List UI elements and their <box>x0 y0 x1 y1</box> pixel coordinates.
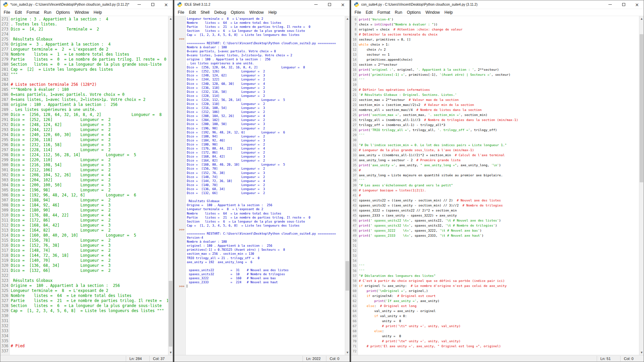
code-text[interactable]: Dico = [188, 94] Longueur = 2 <box>186 134 345 138</box>
code-text[interactable]: Dico = [144, 72, 36, 18] Longueur = 4 <box>10 253 168 258</box>
minimize-button[interactable] <box>132 0 146 9</box>
menu-item-file[interactable]: File <box>1 9 12 15</box>
code-text[interactable]: Dico = [168, 84, 42] Longueur = 3 <box>186 155 345 159</box>
code-text[interactable]: spaxes_units22 = ((axe_unity - section_m… <box>358 198 639 203</box>
scroll-down-button[interactable]: ▼ <box>345 350 350 355</box>
menu-item-shell[interactable]: Shell <box>198 9 212 15</box>
code-text[interactable] <box>186 284 345 288</box>
code-text[interactable]: 0=sans listes, 1=avec listes, 2=listes>1… <box>186 53 345 57</box>
code-text[interactable] <box>10 318 168 323</box>
code-text[interactable]: Dico = [172, 86] Longueur = 2 <box>10 218 168 223</box>
code-text[interactable]: # Longueur de la plus grande sous_liste,… <box>358 147 639 153</box>
code-text[interactable]: Version-4 <box>186 236 345 240</box>
code-text[interactable] <box>186 195 345 199</box>
code-text[interactable]: Dico = [140, 70] Longueur = 2 <box>10 258 168 263</box>
code-text[interactable]: Nombre listes = 1 = Le nombre total des … <box>10 52 168 57</box>
code-text[interactable]: Dico = [4, 2] Terminale = 2 <box>10 27 168 32</box>
code-text[interactable]: Dico = [152, 76, 38] Longueur = 3 <box>10 243 168 248</box>
code-text[interactable]: section_max = 2**secteur # Valeur max de… <box>358 97 639 102</box>
menu-item-help[interactable]: Help <box>266 9 279 15</box>
code-text[interactable]: # <box>358 168 639 173</box>
code-text[interactable]: # Liste section terminale 256 (128*2) <box>10 82 168 87</box>
code-text[interactable]: nombres_all = section_max//4 # Nombre de… <box>358 107 639 112</box>
code-text[interactable]: . Les listes supérieures à une unité. <box>186 61 345 65</box>
code-text[interactable]: choix /= 2 <box>358 47 639 52</box>
code-text[interactable]: Dico = [176, 88, 44, 22] Longueur = 4 <box>186 146 345 150</box>
code-text[interactable]: spaxes_units32 = ((axe_unity - section_m… <box>358 203 639 208</box>
code-text[interactable]: print('If axe_unity =', axe_unity) <box>358 298 639 303</box>
code-text[interactable]: Partie listes = 21 = Le nombre de partie… <box>186 216 345 220</box>
editor-text-area[interactable]: 6print('Version-4')7choix = int(input("N… <box>351 16 644 355</box>
code-text[interactable]: val_unity = axe_unity - originel <box>358 308 639 313</box>
code-text[interactable]: primitives[-1] = 0.703125 (Avant zéro) |… <box>186 248 345 252</box>
code-text[interactable]: TRIO trilogy_all = 21 . trilogy_off = 0 <box>186 256 345 260</box>
code-text[interactable]: """Nombre à évaluer : 180 <box>10 87 168 92</box>
code-text[interactable]: originel = choix # Attention :choix: cha… <box>358 27 639 32</box>
code-text[interactable]: spaxes_2333 = (axe_unity - spaxes_3222) … <box>358 213 639 218</box>
code-text[interactable]: Dico = [208, 104, 52, 26] Longueur = 4 <box>10 173 168 178</box>
code-text[interactable] <box>358 238 639 243</box>
code-text[interactable]: # <box>358 193 639 198</box>
code-text[interactable]: Dico = [196, 98] Longueur = 2 <box>10 188 168 193</box>
code-text[interactable] <box>10 313 168 318</box>
code-text[interactable]: Longueur terminale = 2 = L'exposant de 2 <box>10 47 168 52</box>
code-text[interactable]: Cap = [1, 2, 3, 4, 5, 6, 8] = Liste les … <box>186 33 345 37</box>
code-text[interactable] <box>358 243 639 248</box>
code-text[interactable]: print(' spaxes_3222 \t=', spaxes_3222, '… <box>358 228 639 233</box>
code-text[interactable]: if val_unity < 0: <box>358 313 639 318</box>
code-text[interactable]: 0=sans listes, 1=avec listes, 2=listes>1… <box>10 97 168 102</box>
code-text[interactable]: Longueur terminale = 8 = L'exposant de 2 <box>10 288 168 293</box>
code-text[interactable]: print(' spaxes_units32 \t=', spaxes_unit… <box>358 223 639 228</box>
menu-item-window[interactable]: Window <box>72 9 91 15</box>
code-text[interactable] <box>10 334 168 339</box>
scroll-up-button[interactable]: ▲ <box>168 16 173 21</box>
code-text[interactable]: Dico = [184, 92, 46] Longueur = 3 <box>186 138 345 142</box>
code-text[interactable]: # print('\te* unity =', unity, val_unity… <box>358 339 639 344</box>
code-text[interactable]: Partie listes = 0 = Le nombre de parties… <box>10 57 168 62</box>
code-text[interactable]: else: # Originel est long <box>358 303 639 308</box>
code-text[interactable]: print('TRIO trilogy_all =', trilogy_all,… <box>358 127 639 132</box>
code-text[interactable]: Dico = [164, 82] Longueur = 2 <box>186 159 345 163</box>
menu-item-window[interactable]: Window <box>247 9 266 15</box>
menu-item-edit[interactable]: Edit <box>12 9 24 15</box>
code-text[interactable]: # Délimiter la section terminale du choi… <box>358 32 639 37</box>
code-text[interactable]: Origine = 180 . Appartient à la section … <box>186 203 345 207</box>
code-text[interactable]: ========== RESTART: C:\Users\Vincent\Des… <box>186 41 345 45</box>
code-text[interactable]: origine : 180 . Appartient à la section … <box>10 102 168 107</box>
code-text[interactable] <box>358 137 639 142</box>
menu-item-options[interactable]: Options <box>54 9 72 15</box>
code-text[interactable]: Section listes = 0 = La longueur de la p… <box>10 62 168 67</box>
code-text[interactable]: Dico = [244, 122] Longueur = 2 <box>186 77 345 81</box>
code-text[interactable]: Dico = [256, 128, 64, 32, 16, 8, 4, 2] L… <box>186 65 345 69</box>
code-text[interactable]: Dico = [164, 82] Longueur = 2 <box>10 228 168 233</box>
code-text[interactable]: Section listes = 6 = La longueur de la p… <box>186 29 345 33</box>
code-text[interactable] <box>186 264 345 268</box>
code-text[interactable] <box>10 328 168 334</box>
vertical-scrollbar[interactable]: ▲ ▼ <box>168 16 173 355</box>
code-text[interactable]: print('originel :', originel, '. Apparti… <box>358 67 639 72</box>
scroll-up-button[interactable]: ▲ <box>345 16 350 21</box>
vertical-scrollbar[interactable]: ▲ ▼ <box>345 16 350 355</box>
close-button[interactable]: × <box>336 0 350 9</box>
code-text[interactable]: Dico = [180, 90] Longueur = 2 <box>186 142 345 146</box>
editor-text-area[interactable]: 271origine : 3 . Appartient à la section… <box>0 16 173 355</box>
code-text[interactable]: . Toutes les listes. <box>10 22 168 27</box>
scrollbar-track[interactable] <box>640 21 643 350</box>
code-text[interactable]: Longueur terminale = 8 = L'exposant de 2 <box>186 17 345 21</box>
code-text[interactable]: Origine = 180 . Appartient à la section … <box>10 283 168 288</box>
code-text[interactable] <box>10 273 168 278</box>
code-text[interactable]: """ <box>10 72 168 77</box>
code-text[interactable]: spaxes_units32 = 10 # Nombre de trilogie… <box>186 272 345 276</box>
menu-item-edit[interactable]: Edit <box>363 9 375 15</box>
code-text[interactable]: # Longueur basique = listes(1|2|1). <box>358 188 639 193</box>
code-text[interactable]: '# Résultats Globaux : Originel. Section… <box>358 92 639 97</box>
code-text[interactable]: Dico = [200, 100, 50] Longueur = 3 <box>10 183 168 188</box>
code-text[interactable] <box>358 82 639 87</box>
code-text[interactable]: Dico = [148, 74] Longueur = 2 <box>186 175 345 179</box>
menu-item-run[interactable]: Run <box>392 9 405 15</box>
code-text[interactable]: print(' spaxes_2333 \t=', spaxes_2333, '… <box>358 233 639 238</box>
code-text[interactable]: Cap = [1, 2, 3, 4, 5, 6, 8] = Liste les … <box>10 308 168 313</box>
code-text[interactable]: Dico = [216, 108, 54] Longueur = 3 <box>10 163 168 168</box>
code-text[interactable]: Dico = [212, 106] Longueur = 2 <box>186 110 345 114</box>
title-bar[interactable]: IDLE Shell 3.11.2 × <box>174 0 350 9</box>
